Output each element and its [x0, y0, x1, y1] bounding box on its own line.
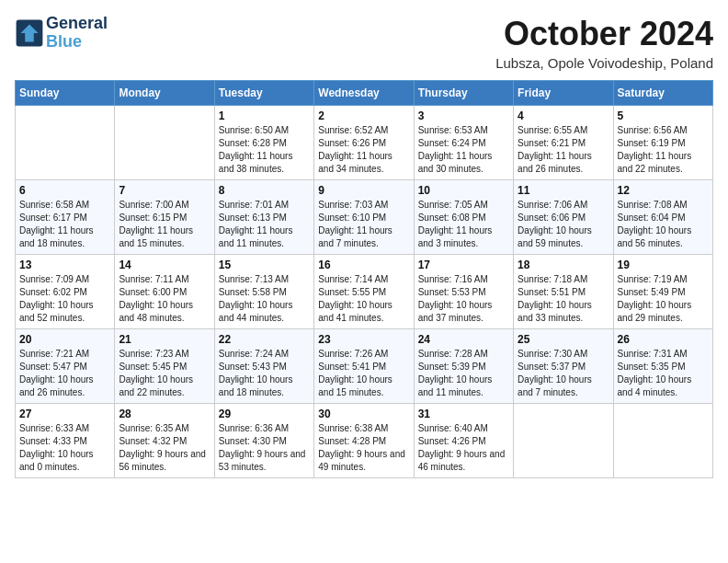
logo-line2: Blue — [46, 33, 108, 52]
day-info: Sunrise: 7:19 AM Sunset: 5:49 PM Dayligh… — [618, 273, 709, 325]
day-number: 12 — [618, 184, 709, 197]
day-number: 5 — [618, 109, 709, 122]
calendar-cell: 25Sunrise: 7:30 AM Sunset: 5:37 PM Dayli… — [514, 329, 613, 404]
day-info: Sunrise: 7:14 AM Sunset: 5:55 PM Dayligh… — [318, 273, 409, 325]
day-number: 27 — [19, 408, 110, 420]
calendar-cell — [16, 106, 115, 180]
page-header: General Blue October 2024 Lubsza, Opole … — [15, 15, 713, 71]
day-number: 19 — [618, 259, 709, 271]
calendar-cell: 19Sunrise: 7:19 AM Sunset: 5:49 PM Dayli… — [613, 255, 712, 329]
calendar-cell: 28Sunrise: 6:35 AM Sunset: 4:32 PM Dayli… — [115, 404, 214, 478]
day-info: Sunrise: 7:00 AM Sunset: 6:15 PM Dayligh… — [119, 199, 210, 250]
calendar-cell: 21Sunrise: 7:23 AM Sunset: 5:45 PM Dayli… — [115, 329, 214, 404]
day-info: Sunrise: 6:52 AM Sunset: 6:26 PM Dayligh… — [318, 124, 409, 176]
calendar-cell: 16Sunrise: 7:14 AM Sunset: 5:55 PM Dayli… — [314, 255, 414, 329]
day-info: Sunrise: 7:03 AM Sunset: 6:10 PM Dayligh… — [318, 199, 409, 250]
logo-line1: General — [46, 15, 108, 33]
weekday-header: Tuesday — [214, 81, 313, 106]
day-info: Sunrise: 7:05 AM Sunset: 6:08 PM Dayligh… — [418, 199, 509, 250]
day-info: Sunrise: 7:21 AM Sunset: 5:47 PM Dayligh… — [19, 348, 110, 399]
weekday-header: Thursday — [414, 81, 513, 106]
day-number: 11 — [518, 184, 609, 197]
day-info: Sunrise: 7:16 AM Sunset: 5:53 PM Dayligh… — [418, 273, 509, 325]
calendar-cell: 26Sunrise: 7:31 AM Sunset: 5:35 PM Dayli… — [613, 329, 712, 404]
weekday-header: Monday — [115, 81, 214, 106]
header-row: SundayMondayTuesdayWednesdayThursdayFrid… — [16, 81, 713, 106]
day-info: Sunrise: 6:56 AM Sunset: 6:19 PM Dayligh… — [618, 124, 709, 176]
calendar-cell: 8Sunrise: 7:01 AM Sunset: 6:13 PM Daylig… — [214, 180, 313, 255]
day-info: Sunrise: 7:30 AM Sunset: 5:37 PM Dayligh… — [518, 348, 609, 399]
calendar-body: 1Sunrise: 6:50 AM Sunset: 6:28 PM Daylig… — [16, 106, 713, 478]
day-info: Sunrise: 7:11 AM Sunset: 6:00 PM Dayligh… — [119, 273, 210, 325]
day-number: 24 — [418, 333, 509, 346]
day-number: 2 — [318, 109, 409, 122]
day-info: Sunrise: 6:36 AM Sunset: 4:30 PM Dayligh… — [219, 422, 310, 474]
day-number: 15 — [219, 259, 310, 271]
calendar-week-row: 1Sunrise: 6:50 AM Sunset: 6:28 PM Daylig… — [16, 106, 713, 180]
calendar-cell: 14Sunrise: 7:11 AM Sunset: 6:00 PM Dayli… — [115, 255, 214, 329]
day-info: Sunrise: 6:38 AM Sunset: 4:28 PM Dayligh… — [318, 422, 409, 474]
logo-icon — [15, 18, 44, 48]
day-info: Sunrise: 7:24 AM Sunset: 5:43 PM Dayligh… — [219, 348, 310, 399]
calendar-cell: 7Sunrise: 7:00 AM Sunset: 6:15 PM Daylig… — [115, 180, 214, 255]
day-number: 16 — [318, 259, 409, 271]
calendar-cell: 15Sunrise: 7:13 AM Sunset: 5:58 PM Dayli… — [214, 255, 313, 329]
day-number: 23 — [318, 333, 409, 346]
day-info: Sunrise: 7:08 AM Sunset: 6:04 PM Dayligh… — [618, 199, 709, 250]
day-info: Sunrise: 7:23 AM Sunset: 5:45 PM Dayligh… — [119, 348, 210, 399]
day-number: 20 — [19, 333, 110, 346]
day-info: Sunrise: 6:53 AM Sunset: 6:24 PM Dayligh… — [418, 124, 509, 176]
day-number: 30 — [318, 408, 409, 420]
day-number: 13 — [19, 259, 110, 271]
calendar-cell — [613, 404, 712, 478]
day-info: Sunrise: 6:35 AM Sunset: 4:32 PM Dayligh… — [119, 422, 210, 474]
day-number: 31 — [418, 408, 509, 420]
day-info: Sunrise: 6:55 AM Sunset: 6:21 PM Dayligh… — [518, 124, 609, 176]
day-info: Sunrise: 7:06 AM Sunset: 6:06 PM Dayligh… — [518, 199, 609, 250]
day-info: Sunrise: 7:28 AM Sunset: 5:39 PM Dayligh… — [418, 348, 509, 399]
calendar-cell: 27Sunrise: 6:33 AM Sunset: 4:33 PM Dayli… — [16, 404, 115, 478]
day-number: 6 — [19, 184, 110, 197]
location: Lubsza, Opole Voivodeship, Poland — [495, 55, 713, 71]
calendar-cell: 22Sunrise: 7:24 AM Sunset: 5:43 PM Dayli… — [214, 329, 313, 404]
day-number: 17 — [418, 259, 509, 271]
calendar-cell: 6Sunrise: 6:58 AM Sunset: 6:17 PM Daylig… — [16, 180, 115, 255]
day-number: 26 — [618, 333, 709, 346]
calendar-cell: 2Sunrise: 6:52 AM Sunset: 6:26 PM Daylig… — [314, 106, 414, 180]
day-info: Sunrise: 7:09 AM Sunset: 6:02 PM Dayligh… — [19, 273, 110, 325]
day-info: Sunrise: 7:01 AM Sunset: 6:13 PM Dayligh… — [219, 199, 310, 250]
calendar-week-row: 13Sunrise: 7:09 AM Sunset: 6:02 PM Dayli… — [16, 255, 713, 329]
calendar-cell: 18Sunrise: 7:18 AM Sunset: 5:51 PM Dayli… — [514, 255, 613, 329]
day-info: Sunrise: 7:31 AM Sunset: 5:35 PM Dayligh… — [618, 348, 709, 399]
day-info: Sunrise: 6:40 AM Sunset: 4:26 PM Dayligh… — [418, 422, 509, 474]
calendar-week-row: 6Sunrise: 6:58 AM Sunset: 6:17 PM Daylig… — [16, 180, 713, 255]
calendar-week-row: 27Sunrise: 6:33 AM Sunset: 4:33 PM Dayli… — [16, 404, 713, 478]
weekday-header: Wednesday — [314, 81, 414, 106]
day-number: 29 — [219, 408, 310, 420]
day-number: 9 — [318, 184, 409, 197]
calendar-cell: 20Sunrise: 7:21 AM Sunset: 5:47 PM Dayli… — [16, 329, 115, 404]
calendar-cell: 9Sunrise: 7:03 AM Sunset: 6:10 PM Daylig… — [314, 180, 414, 255]
month-title: October 2024 — [495, 15, 713, 53]
day-number: 7 — [119, 184, 210, 197]
calendar-cell — [514, 404, 613, 478]
day-number: 14 — [119, 259, 210, 271]
day-number: 25 — [518, 333, 609, 346]
calendar-cell: 24Sunrise: 7:28 AM Sunset: 5:39 PM Dayli… — [414, 329, 513, 404]
calendar-cell: 31Sunrise: 6:40 AM Sunset: 4:26 PM Dayli… — [414, 404, 513, 478]
calendar-cell: 29Sunrise: 6:36 AM Sunset: 4:30 PM Dayli… — [214, 404, 313, 478]
title-area: October 2024 Lubsza, Opole Voivodeship, … — [495, 15, 713, 71]
calendar-cell: 1Sunrise: 6:50 AM Sunset: 6:28 PM Daylig… — [214, 106, 313, 180]
logo: General Blue — [15, 15, 108, 52]
calendar-cell: 11Sunrise: 7:06 AM Sunset: 6:06 PM Dayli… — [514, 180, 613, 255]
calendar-header: SundayMondayTuesdayWednesdayThursdayFrid… — [16, 81, 713, 106]
calendar-cell: 5Sunrise: 6:56 AM Sunset: 6:19 PM Daylig… — [613, 106, 712, 180]
calendar-cell: 10Sunrise: 7:05 AM Sunset: 6:08 PM Dayli… — [414, 180, 513, 255]
calendar-cell: 4Sunrise: 6:55 AM Sunset: 6:21 PM Daylig… — [514, 106, 613, 180]
weekday-header: Sunday — [16, 81, 115, 106]
day-info: Sunrise: 6:33 AM Sunset: 4:33 PM Dayligh… — [19, 422, 110, 474]
day-number: 8 — [219, 184, 310, 197]
calendar-cell: 3Sunrise: 6:53 AM Sunset: 6:24 PM Daylig… — [414, 106, 513, 180]
day-number: 3 — [418, 109, 509, 122]
calendar-week-row: 20Sunrise: 7:21 AM Sunset: 5:47 PM Dayli… — [16, 329, 713, 404]
